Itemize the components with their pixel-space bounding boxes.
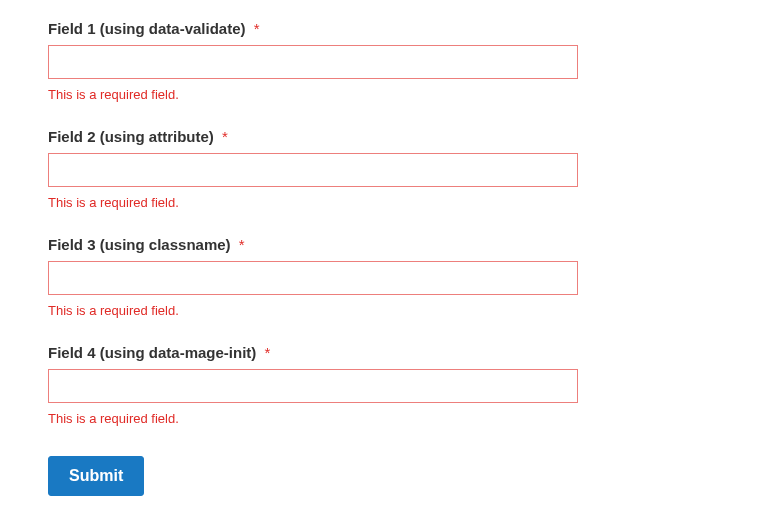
field-1-input[interactable] <box>48 45 578 79</box>
field-4-error: This is a required field. <box>48 411 720 426</box>
field-2-input[interactable] <box>48 153 578 187</box>
field-4-input[interactable] <box>48 369 578 403</box>
field-2-error: This is a required field. <box>48 195 720 210</box>
field-2-group: Field 2 (using attribute) * This is a re… <box>48 128 720 210</box>
validation-form: Field 1 (using data-validate) * This is … <box>48 20 720 496</box>
field-2-label: Field 2 (using attribute) * <box>48 128 720 145</box>
field-1-label-text: Field 1 (using data-validate) <box>48 20 246 37</box>
field-1-label: Field 1 (using data-validate) * <box>48 20 720 37</box>
field-3-error: This is a required field. <box>48 303 720 318</box>
field-2-label-text: Field 2 (using attribute) <box>48 128 214 145</box>
field-4-label-text: Field 4 (using data-mage-init) <box>48 344 256 361</box>
field-1-group: Field 1 (using data-validate) * This is … <box>48 20 720 102</box>
required-asterisk-icon: * <box>254 20 260 37</box>
field-3-label-text: Field 3 (using classname) <box>48 236 231 253</box>
field-3-input[interactable] <box>48 261 578 295</box>
required-asterisk-icon: * <box>265 344 271 361</box>
field-1-error: This is a required field. <box>48 87 720 102</box>
field-3-group: Field 3 (using classname) * This is a re… <box>48 236 720 318</box>
form-actions: Submit <box>48 456 720 496</box>
required-asterisk-icon: * <box>239 236 245 253</box>
submit-button[interactable]: Submit <box>48 456 144 496</box>
field-3-label: Field 3 (using classname) * <box>48 236 720 253</box>
field-4-label: Field 4 (using data-mage-init) * <box>48 344 720 361</box>
field-4-group: Field 4 (using data-mage-init) * This is… <box>48 344 720 426</box>
required-asterisk-icon: * <box>222 128 228 145</box>
